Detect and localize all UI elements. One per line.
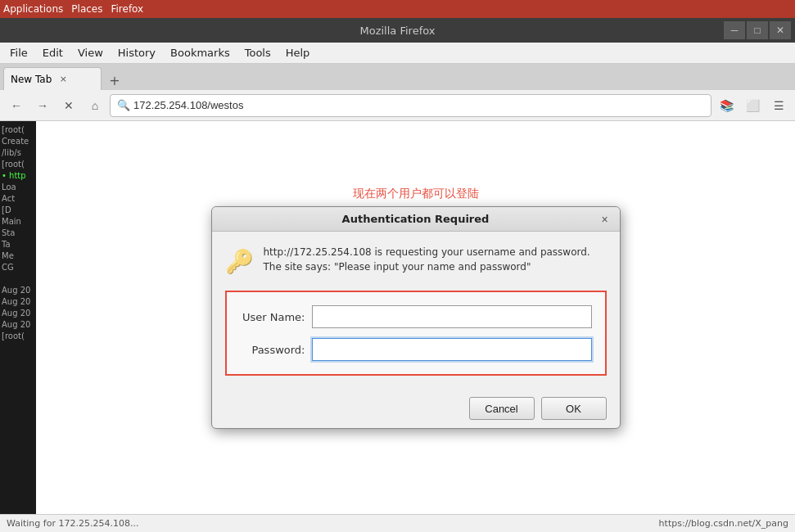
taskbar-apps[interactable]: Applications bbox=[3, 3, 63, 15]
menu-view[interactable]: View bbox=[71, 44, 110, 61]
password-row: Password: bbox=[240, 338, 592, 361]
ok-button[interactable]: OK bbox=[541, 397, 607, 420]
title-bar-buttons: ─ □ ✕ bbox=[724, 21, 791, 39]
home-button[interactable]: ⌂ bbox=[84, 94, 106, 117]
sidebar-section-lines: Sta Ta Me CG bbox=[2, 228, 34, 273]
dialog-title-bar: Authentication Required × bbox=[212, 207, 620, 232]
username-input[interactable] bbox=[312, 305, 592, 328]
bookmarks-icon[interactable]: 📚 bbox=[715, 94, 738, 117]
sidebar-text-2: Loa Act [D bbox=[2, 182, 34, 216]
username-row: User Name: bbox=[240, 305, 592, 328]
status-left: Waiting for 172.25.254.108... bbox=[7, 518, 138, 529]
search-icon: 🔍 bbox=[117, 99, 130, 112]
status-right: https://blog.csdn.net/X_pang bbox=[659, 518, 788, 529]
password-input[interactable] bbox=[312, 338, 592, 361]
browser-tab[interactable]: New Tab × bbox=[3, 67, 102, 90]
maximize-button[interactable]: □ bbox=[747, 21, 768, 39]
password-label: Password: bbox=[240, 344, 305, 356]
menu-help[interactable]: Help bbox=[279, 44, 317, 61]
forward-button[interactable]: → bbox=[31, 94, 54, 117]
dialog-message-row: 🔑 http://172.25.254.108 is requesting yo… bbox=[225, 245, 607, 277]
sidebar-log-lines: Aug 20 Aug 20 Aug 20 Aug 20 [root( bbox=[2, 273, 34, 342]
tab-bar: New Tab × + bbox=[0, 64, 795, 90]
taskbar-places[interactable]: Places bbox=[71, 3, 102, 15]
dialog-overlay: Authentication Required × 🔑 http://172.2… bbox=[36, 121, 795, 514]
back-button[interactable]: ← bbox=[5, 94, 28, 117]
status-bar: Waiting for 172.25.254.108... https://bl… bbox=[0, 514, 795, 532]
taskbar: Applications Places Firefox bbox=[0, 0, 795, 18]
dialog-message-text: http://172.25.254.108 is requesting your… bbox=[264, 245, 607, 274]
sidebar-active-line: • http bbox=[2, 170, 34, 182]
cancel-button[interactable]: Cancel bbox=[469, 397, 535, 420]
url-input[interactable] bbox=[133, 99, 704, 111]
browser-body: [root( Create /lib/s [root( • http Loa A… bbox=[0, 121, 795, 514]
key-icon: 🔑 bbox=[225, 245, 254, 277]
window-close-button[interactable]: ✕ bbox=[770, 21, 791, 39]
menu-tools[interactable]: Tools bbox=[238, 44, 278, 61]
dialog-close-button[interactable]: × bbox=[597, 211, 613, 228]
auth-dialog: Authentication Required × 🔑 http://172.2… bbox=[211, 206, 621, 429]
sidebar-text-1: [root( Create /lib/s [root( bbox=[2, 124, 34, 170]
menu-bar: File Edit View History Bookmarks Tools H… bbox=[0, 43, 795, 64]
menu-history[interactable]: History bbox=[111, 44, 162, 61]
username-label: User Name: bbox=[240, 311, 305, 323]
taskbar-firefox[interactable]: Firefox bbox=[111, 3, 143, 15]
menu-edit[interactable]: Edit bbox=[36, 44, 70, 61]
nav-bar: ← → ✕ ⌂ 🔍 📚 ⬜ ☰ bbox=[0, 90, 795, 121]
menu-bookmarks[interactable]: Bookmarks bbox=[164, 44, 237, 61]
browser-window: Mozilla Firefox ─ □ ✕ File Edit View His… bbox=[0, 18, 795, 532]
window-title: Mozilla Firefox bbox=[360, 25, 436, 37]
title-bar: Mozilla Firefox ─ □ ✕ bbox=[0, 18, 795, 43]
terminal-sidebar: [root( Create /lib/s [root( • http Loa A… bbox=[0, 121, 36, 514]
content-area: 现在两个用户都可以登陆 Authentication Required × 🔑 bbox=[36, 121, 795, 514]
synced-tabs-icon[interactable]: ⬜ bbox=[741, 94, 764, 117]
dialog-title: Authentication Required bbox=[342, 213, 490, 225]
dialog-body: 🔑 http://172.25.254.108 is requesting yo… bbox=[212, 232, 620, 389]
credentials-form: User Name: Password: bbox=[225, 291, 607, 376]
menu-icon[interactable]: ☰ bbox=[767, 94, 790, 117]
url-bar[interactable]: 🔍 bbox=[110, 94, 711, 117]
new-tab-button[interactable]: + bbox=[105, 70, 124, 90]
nav-extra-icons: 📚 ⬜ ☰ bbox=[715, 94, 790, 117]
menu-file[interactable]: File bbox=[3, 44, 34, 61]
reload-stop-button[interactable]: ✕ bbox=[57, 94, 80, 117]
minimize-button[interactable]: ─ bbox=[724, 21, 745, 39]
sidebar-main: Main bbox=[2, 216, 34, 228]
tab-close-button[interactable]: × bbox=[56, 73, 70, 86]
tab-label: New Tab bbox=[11, 74, 52, 85]
dialog-buttons: Cancel OK bbox=[212, 389, 620, 428]
